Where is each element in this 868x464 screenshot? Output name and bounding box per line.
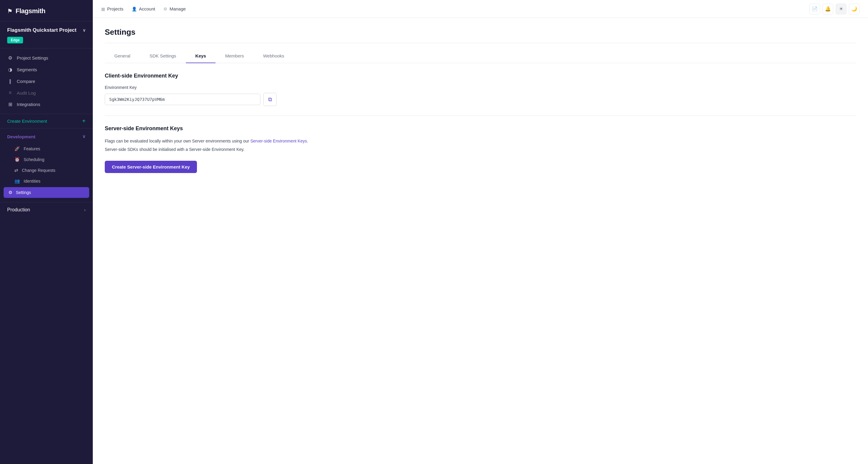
project-chevron-icon: ∨: [83, 28, 86, 33]
tab-sdk-settings[interactable]: SDK Settings: [140, 49, 186, 63]
development-sub-items: 🚀 Features ⏰ Scheduling ⇄ Change Request…: [0, 142, 93, 200]
project-settings-icon: ⚙: [7, 55, 13, 61]
top-nav-left: ▦ Projects 👤 Account ⚙ Manage: [101, 6, 186, 11]
create-server-key-button[interactable]: Create Server-side Environment Key: [105, 161, 197, 173]
production-env-item[interactable]: Production ›: [0, 202, 93, 217]
logo-icon: ⚑: [7, 7, 12, 15]
server-side-keys-link[interactable]: Server-side Environment Keys.: [250, 138, 308, 144]
main-content: ▦ Projects 👤 Account ⚙ Manage 📄 🔔 ☀ 🌙 Se…: [93, 0, 868, 464]
create-env-section: Create Environment +: [0, 114, 93, 128]
sidebar-item-features[interactable]: 🚀 Features: [0, 144, 93, 154]
sidebar-item-scheduling[interactable]: ⏰ Scheduling: [0, 154, 93, 165]
production-chevron-icon: ›: [84, 208, 86, 212]
copy-env-key-button[interactable]: ⧉: [264, 93, 277, 106]
development-env-section: Development ∨ 🚀 Features ⏰ Scheduling ⇄ …: [0, 128, 93, 202]
nav-account[interactable]: 👤 Account: [132, 6, 155, 11]
project-section: Flagsmith Quickstart Project ∨ Edge: [0, 21, 93, 49]
project-name[interactable]: Flagsmith Quickstart Project ∨: [7, 27, 86, 33]
nav-projects[interactable]: ▦ Projects: [101, 6, 123, 11]
features-icon: 🚀: [14, 146, 20, 152]
sidebar-item-change-requests[interactable]: ⇄ Change Requests: [0, 165, 93, 176]
env-key-label: Environment Key: [105, 85, 856, 90]
docs-button[interactable]: 📄: [809, 4, 820, 14]
server-desc-line2: Server-side SDKs should be initialised w…: [105, 146, 856, 153]
dark-mode-button[interactable]: 🌙: [849, 4, 860, 14]
create-environment-link[interactable]: Create Environment +: [7, 118, 86, 125]
sidebar-item-settings[interactable]: ⚙ Settings: [4, 187, 89, 198]
integrations-icon: ⊞: [7, 101, 13, 107]
audit-log-icon: ≡: [7, 90, 13, 95]
env-key-row: ⧉: [105, 93, 856, 106]
sidebar: ⚑ Flagsmith Flagsmith Quickstart Project…: [0, 0, 93, 464]
manage-nav-icon: ⚙: [163, 7, 167, 11]
account-nav-icon: 👤: [132, 7, 137, 11]
development-env-header[interactable]: Development ∨: [0, 131, 93, 142]
sidebar-logo: ⚑ Flagsmith: [0, 0, 93, 21]
logo-text: Flagsmith: [16, 7, 45, 15]
settings-icon: ⚙: [8, 190, 12, 195]
server-desc-line1: Flags can be evaluated locally within yo…: [105, 138, 856, 144]
page-title: Settings: [105, 28, 856, 37]
env-key-input[interactable]: [105, 94, 260, 105]
page-content: Settings General SDK Settings Keys Membe…: [93, 18, 868, 464]
sidebar-item-compare[interactable]: ∥ Compare: [0, 75, 93, 87]
nav-section: ⚙ Project Settings ◑ Segments ∥ Compare …: [0, 49, 93, 114]
development-chevron-icon: ∨: [82, 134, 86, 139]
tab-webhooks[interactable]: Webhooks: [253, 49, 294, 63]
tab-general[interactable]: General: [105, 49, 140, 63]
server-side-title: Server-side Environment Keys: [105, 125, 856, 132]
projects-nav-icon: ▦: [101, 7, 105, 11]
create-env-plus-icon: +: [82, 118, 86, 125]
edge-badge: Edge: [7, 37, 23, 43]
client-side-title: Client-side Environment Key: [105, 73, 856, 79]
page-divider: [105, 43, 856, 43]
top-nav: ▦ Projects 👤 Account ⚙ Manage 📄 🔔 ☀ 🌙: [93, 0, 868, 18]
settings-tabs: General SDK Settings Keys Members Webhoo…: [105, 49, 856, 63]
sidebar-item-segments[interactable]: ◑ Segments: [0, 64, 93, 75]
section-divider: [105, 116, 856, 116]
sidebar-item-identities[interactable]: 👥 Identities: [0, 176, 93, 186]
top-nav-right: 📄 🔔 ☀ 🌙: [809, 4, 860, 14]
sidebar-item-integrations[interactable]: ⊞ Integrations: [0, 98, 93, 110]
tab-members[interactable]: Members: [216, 49, 253, 63]
sidebar-item-project-settings[interactable]: ⚙ Project Settings: [0, 52, 93, 64]
copy-icon: ⧉: [268, 96, 272, 103]
change-requests-icon: ⇄: [14, 167, 18, 173]
scheduling-icon: ⏰: [14, 157, 20, 162]
identities-icon: 👥: [14, 178, 20, 184]
tab-keys[interactable]: Keys: [186, 49, 216, 63]
light-mode-button[interactable]: ☀: [836, 4, 846, 14]
compare-icon: ∥: [7, 79, 13, 84]
nav-manage[interactable]: ⚙ Manage: [163, 6, 186, 11]
notifications-button[interactable]: 🔔: [823, 4, 833, 14]
sidebar-item-audit-log[interactable]: ≡ Audit Log: [0, 87, 93, 98]
segments-icon: ◑: [7, 67, 13, 72]
